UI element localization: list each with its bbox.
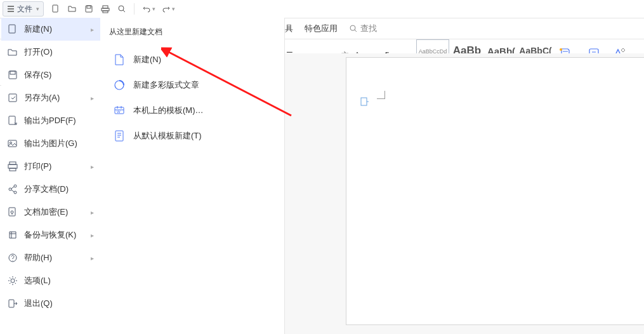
save-icon[interactable] [81, 2, 97, 16]
svg-rect-5 [103, 11, 108, 13]
quick-access-toolbar: ▾ ▾ [48, 2, 178, 16]
print-preview-icon[interactable] [114, 2, 130, 16]
svg-rect-33 [361, 98, 367, 105]
file-menu-share[interactable]: 分享文档(D) [1, 178, 100, 201]
color-template-icon [113, 79, 126, 91]
svg-point-8 [560, 48, 562, 51]
file-menu-saveas[interactable]: 另存为(A)▸ [1, 86, 100, 109]
file-menu-help[interactable]: 帮助(H)▸ [1, 246, 100, 269]
file-menu-encrypt[interactable]: 文档加密(E)▸ [1, 201, 100, 224]
svg-point-21 [9, 188, 11, 190]
svg-rect-12 [10, 71, 15, 74]
file-menu-save[interactable]: 保存(S) [1, 63, 100, 86]
svg-point-6 [119, 6, 124, 11]
svg-rect-23 [9, 208, 15, 216]
file-menu: 新建(N)▸ 打开(O) 保存(S) 另存为(A)▸ 输出为PDF(F) 输出为… [1, 18, 100, 315]
svg-text:W: W [117, 110, 121, 114]
svg-rect-3 [103, 6, 108, 8]
file-menu-backup[interactable]: 备份与恢复(K)▸ [1, 224, 100, 246]
new-blank-doc[interactable]: 新建(N) [109, 49, 284, 70]
svg-point-22 [14, 191, 16, 194]
svg-rect-2 [87, 6, 91, 8]
print-icon[interactable] [97, 2, 114, 16]
svg-rect-31 [115, 131, 123, 141]
svg-rect-27 [9, 300, 14, 307]
svg-rect-17 [10, 162, 16, 164]
svg-point-7 [350, 25, 355, 30]
page-setup-icon[interactable] [360, 97, 369, 106]
svg-rect-15 [8, 140, 16, 147]
svg-point-24 [11, 211, 13, 213]
file-menu-exit[interactable]: 退出(Q) [1, 292, 100, 315]
svg-point-20 [14, 185, 16, 187]
new-doc-icon[interactable] [48, 2, 64, 16]
svg-rect-13 [9, 94, 16, 102]
tab-special[interactable]: 特色应用 [305, 23, 338, 34]
file-menu-new[interactable]: 新建(N)▸ [1, 18, 100, 41]
file-menu-export-image[interactable]: 输出为图片(G) [1, 132, 100, 155]
new-document-panel: 从这里新建文档 新建(N) 新建多彩版式文章 W 本机上的模板(M)… 从默认模… [100, 18, 285, 334]
svg-rect-18 [8, 164, 17, 168]
file-menu-button[interactable]: 文件 ▾ [3, 1, 44, 17]
default-template-icon [113, 130, 126, 142]
file-menu-open[interactable]: 打开(O) [1, 41, 100, 63]
new-panel-title: 从这里新建文档 [109, 27, 284, 37]
open-icon[interactable] [64, 2, 81, 16]
svg-rect-19 [10, 168, 16, 171]
new-from-local-template[interactable]: W 本机上的模板(M)… [109, 100, 284, 121]
file-menu-export-pdf[interactable]: 输出为PDF(F) [1, 109, 100, 132]
title-bar: 文件 ▾ ▾ ▾ [0, 0, 644, 18]
margin-corner-icon [377, 91, 385, 99]
local-template-icon: W [113, 104, 126, 117]
svg-rect-4 [102, 8, 109, 11]
new-color-template[interactable]: 新建多彩版式文章 [109, 74, 284, 96]
svg-rect-14 [9, 116, 15, 124]
page[interactable] [346, 57, 644, 325]
svg-rect-10 [9, 25, 15, 33]
svg-rect-0 [53, 5, 58, 12]
new-from-default-template[interactable]: 从默认模板新建(T) [109, 125, 284, 147]
search-button[interactable]: 查找 [349, 23, 377, 34]
file-menu-label: 文件 [17, 4, 32, 15]
file-menu-print[interactable]: 打印(P)▸ [1, 155, 100, 178]
svg-point-26 [11, 279, 15, 283]
blank-doc-icon [113, 53, 126, 66]
file-menu-options[interactable]: 选项(L) [1, 269, 100, 292]
document-canvas[interactable] [276, 53, 644, 334]
search-label: 查找 [360, 23, 377, 34]
